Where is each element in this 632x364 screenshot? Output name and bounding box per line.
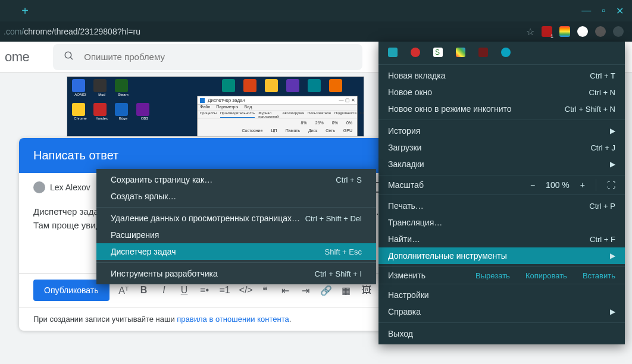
menu-zoom: Масштаб − 100 % + ⛶ [378, 175, 625, 194]
menu-new-window[interactable]: Новое окноCtrl + N [378, 84, 625, 101]
text-format-icon[interactable]: Aᵀ [118, 285, 130, 296]
menu-cut[interactable]: Вырезать [475, 271, 510, 280]
italic-icon[interactable]: I [158, 285, 170, 296]
menu-edit: Изменить Вырезать Копировать Вставить [378, 267, 625, 284]
indent-left-icon[interactable]: ⇤ [280, 285, 292, 296]
menu-paste[interactable]: Вставить [583, 271, 615, 280]
author-name: Lex Alexov [50, 183, 90, 192]
menu-cast[interactable]: Трансляция… [378, 214, 625, 231]
code-icon[interactable]: </> [239, 285, 251, 296]
search-input[interactable] [84, 52, 352, 62]
extension-icon[interactable] [411, 48, 420, 57]
zoom-value: 100 % [546, 180, 570, 190]
menu-extensions[interactable]: Расширения [96, 227, 376, 243]
extension-icon[interactable]: S [433, 48, 443, 57]
extension-icon[interactable] [577, 26, 588, 37]
menu-save-page[interactable]: Сохранить страницу как…Ctrl + S [96, 171, 376, 188]
search-icon [64, 51, 74, 64]
more-tools-submenu: Сохранить страницу как…Ctrl + S Создать … [96, 169, 376, 284]
extension-icon[interactable] [559, 26, 570, 37]
bullets-icon[interactable]: ≡• [199, 285, 211, 296]
chrome-menu-button[interactable] [613, 26, 624, 37]
window-maximize-icon[interactable]: ▫ [602, 5, 605, 17]
menu-history[interactable]: История▶ [378, 123, 625, 139]
image-icon[interactable]: 🖼 [361, 285, 373, 296]
svg-line-1 [71, 57, 73, 59]
menu-downloads[interactable]: ЗагрузкиCtrl + J [378, 139, 625, 156]
indent-right-icon[interactable]: ⇥ [300, 285, 312, 296]
extension-icon[interactable] [501, 48, 511, 57]
address-bar[interactable]: .com/chrome/thread/23129808?hl=ru ☆ 1 [0, 21, 632, 42]
menu-clear-browsing[interactable]: Удаление данных о просмотренных страница… [96, 210, 376, 227]
browser-main-menu: S Новая вкладкаCtrl + T Новое окноCtrl +… [378, 42, 625, 344]
underline-icon[interactable]: U [179, 285, 190, 296]
video-icon[interactable]: ▦ [340, 285, 352, 296]
window-titlebar: + — ▫ ✕ [0, 0, 632, 21]
quote-icon[interactable]: ❝ [259, 285, 271, 296]
bold-icon[interactable]: B [138, 285, 150, 296]
zoom-out-button[interactable]: − [530, 180, 535, 190]
numbered-icon[interactable]: ≡1 [219, 285, 231, 296]
menu-settings[interactable]: Настройки [378, 287, 625, 303]
window-close-icon[interactable]: ✕ [616, 5, 624, 17]
menu-new-tab[interactable]: Новая вкладкаCtrl + T [378, 67, 625, 84]
avatar [33, 181, 45, 193]
bookmark-star-icon[interactable]: ☆ [526, 26, 534, 37]
taskmgr-window: Диспетчер задач— ▢ ✕ ФайлПараметрыВид Пр… [197, 96, 358, 137]
menu-extension-row: S [378, 42, 625, 64]
menu-create-shortcut[interactable]: Создать ярлык… [96, 188, 376, 205]
brand-text: ome [5, 49, 29, 65]
extension-icon[interactable] [478, 48, 488, 57]
menu-more-tools[interactable]: Дополнительные инструменты▶ [378, 247, 625, 264]
menu-devtools[interactable]: Инструменты разработчикаCtrl + Shift + I [96, 265, 376, 282]
menu-find[interactable]: Найти…Ctrl + F [378, 231, 625, 247]
extension-icon[interactable] [456, 48, 465, 57]
menu-copy[interactable]: Копировать [525, 271, 567, 280]
content-policy-link[interactable]: правила в отношении контента [177, 315, 289, 324]
fullscreen-icon[interactable]: ⛶ [607, 180, 615, 190]
new-tab-button[interactable]: + [17, 2, 33, 19]
zoom-in-button[interactable]: + [580, 180, 585, 190]
menu-bookmarks[interactable]: Закладки▶ [378, 156, 625, 172]
menu-incognito[interactable]: Новое окно в режиме инкогнитоCtrl + Shif… [378, 101, 625, 117]
window-minimize-icon[interactable]: — [581, 5, 591, 17]
gear-icon[interactable] [388, 48, 398, 57]
menu-task-manager[interactable]: Диспетчер задачShift + Esc [96, 243, 376, 260]
svg-point-0 [65, 52, 72, 58]
menu-help[interactable]: Справка▶ [378, 303, 625, 320]
svg-text:S: S [435, 48, 440, 57]
menu-exit[interactable]: Выход [378, 325, 625, 342]
avatar[interactable] [595, 26, 606, 37]
link-icon[interactable]: 🔗 [320, 285, 332, 296]
extension-ublock-icon[interactable]: 1 [542, 26, 552, 37]
attached-screenshot: AOMEI Mod Steam Chrome Yandex Edge OBS Д… [67, 76, 364, 137]
search-box[interactable] [53, 44, 362, 70]
menu-print[interactable]: Печать…Ctrl + P [378, 197, 625, 214]
